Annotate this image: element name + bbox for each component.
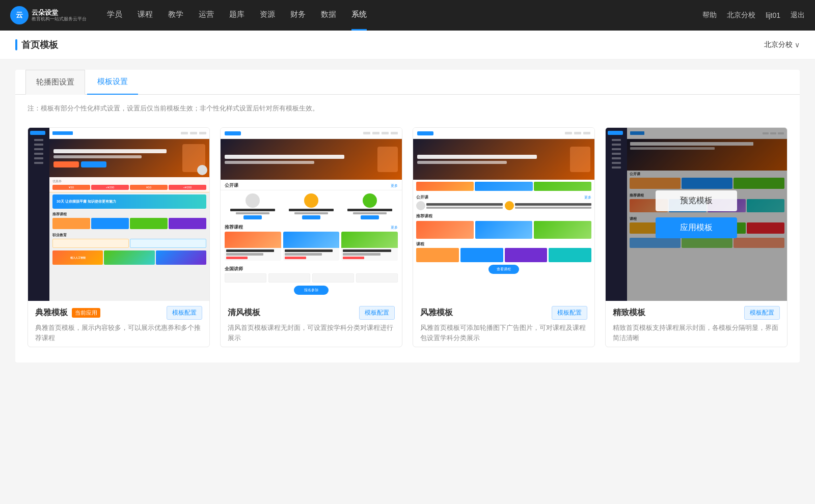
config-btn-dianaya[interactable]: 模板配置 <box>167 306 202 320</box>
tab-template[interactable]: 模板设置 <box>87 70 138 95</box>
branch-dropdown[interactable]: 北京分校 ∨ <box>764 40 800 49</box>
navbar: 云 云朵设堂 教育机构一站式服务云平台 学员 课程 教学 运营 题库 资源 财务… <box>0 0 815 31</box>
template-preview-jingzhi: 公开课 推荐课程 <box>606 128 787 301</box>
template-desc-qingfeng: 清风首页模板课程无封面，可设置按学科分类对课程进行展示 <box>228 323 395 343</box>
user-menu[interactable]: lijt01 <box>766 11 780 19</box>
nav-item-system[interactable]: 系统 <box>351 10 367 21</box>
tabs: 轮播图设置 模板设置 <box>15 70 800 95</box>
tab-carousel[interactable]: 轮播图设置 <box>25 70 85 95</box>
apply-template-btn[interactable]: 应用模板 <box>656 217 737 238</box>
template-desc-jingzhi: 精致首页模板支持课程展示封面，各模板分隔明显，界面简洁清晰 <box>613 323 780 343</box>
template-preview-dianaya: 优惠券 ¥30 +¥200 ¥30 +¥200 30天 让你摆脱平庸 知识使你更… <box>28 128 209 301</box>
templates-grid: 优惠券 ¥30 +¥200 ¥30 +¥200 30天 让你摆脱平庸 知识使你更… <box>15 122 800 347</box>
config-btn-jingzhi[interactable]: 模板配置 <box>744 306 780 320</box>
nav-item-resources[interactable]: 资源 <box>260 10 275 21</box>
chevron-down-icon: ∨ <box>795 41 800 49</box>
logo[interactable]: 云 云朵设堂 教育机构一站式服务云平台 <box>10 6 87 24</box>
logo-subtitle: 教育机构一站式服务云平台 <box>32 16 87 22</box>
template-desc-dianaya: 典雅首页模板，展示内容较多，可以展示优惠券和多个推荐课程 <box>35 323 202 343</box>
logout-link[interactable]: 退出 <box>791 11 805 20</box>
template-name-fengya: 风雅模板 <box>420 307 453 318</box>
template-card-jingzhi: 公开课 推荐课程 <box>605 127 787 347</box>
template-preview-qingfeng: 公开课 更多 <box>221 128 402 301</box>
logo-icon: 云 <box>10 6 29 24</box>
template-overlay-jingzhi: 预览模板 应用模板 <box>606 128 787 301</box>
template-card-fengya: 公开课 更多 推荐课程 <box>413 127 595 347</box>
current-badge-dianaya: 当前应用 <box>72 308 100 318</box>
help-link[interactable]: 帮助 <box>702 11 717 20</box>
nav-items: 学员 课程 教学 运营 题库 资源 财务 数据 系统 <box>107 10 702 21</box>
nav-item-teaching[interactable]: 教学 <box>168 10 183 21</box>
template-preview-fengya: 公开课 更多 推荐课程 <box>413 128 594 301</box>
template-card-dianaya: 优惠券 ¥30 +¥200 ¥30 +¥200 30天 让你摆脱平庸 知识使你更… <box>28 127 210 347</box>
branch-label: 北京分校 <box>764 40 793 49</box>
template-footer-fengya: 风雅模板 模板配置 风雅首页模板可添加轮播图下广告图片，可对课程及课程包设置学科… <box>413 301 594 347</box>
branch-selector[interactable]: 北京分校 <box>727 11 755 20</box>
template-card-qingfeng: 公开课 更多 <box>220 127 402 347</box>
template-name-dianaya: 典雅模板 <box>35 307 68 318</box>
nav-item-questions[interactable]: 题库 <box>229 10 244 21</box>
page-title-bar <box>15 39 17 50</box>
notice-text: 注：模板有部分个性化样式设置，设置后仅当前模板生效；非个性化样式设置后针对所有模… <box>15 95 800 122</box>
page-title: 首页模板 <box>21 39 58 51</box>
content-area: 轮播图设置 模板设置 注：模板有部分个性化样式设置，设置后仅当前模板生效；非个性… <box>15 70 800 362</box>
template-footer-jingzhi: 精致模板 模板配置 精致首页模板支持课程展示封面，各模板分隔明显，界面简洁清晰 <box>606 301 787 347</box>
nav-item-operations[interactable]: 运营 <box>199 10 214 21</box>
logo-title: 云朵设堂 <box>32 9 87 17</box>
template-footer-qingfeng: 清风模板 模板配置 清风首页模板课程无封面，可设置按学科分类对课程进行展示 <box>221 301 402 347</box>
nav-item-students[interactable]: 学员 <box>107 10 122 21</box>
nav-item-courses[interactable]: 课程 <box>138 10 153 21</box>
template-desc-fengya: 风雅首页模板可添加轮播图下广告图片，可对课程及课程包设置学科分类展示 <box>420 323 587 343</box>
page-header: 首页模板 北京分校 ∨ <box>0 31 815 60</box>
nav-right: 帮助 北京分校 lijt01 退出 <box>702 11 805 20</box>
template-name-jingzhi: 精致模板 <box>613 307 645 318</box>
config-btn-fengya[interactable]: 模板配置 <box>552 306 587 320</box>
template-footer-dianaya: 典雅模板 当前应用 模板配置 典雅首页模板，展示内容较多，可以展示优惠券和多个推… <box>28 301 209 347</box>
config-btn-qingfeng[interactable]: 模板配置 <box>359 306 395 320</box>
preview-template-btn[interactable]: 预览模板 <box>656 190 737 211</box>
nav-item-finance[interactable]: 财务 <box>290 10 306 21</box>
page-title-wrap: 首页模板 <box>15 39 58 51</box>
template-name-qingfeng: 清风模板 <box>228 307 260 318</box>
nav-item-data[interactable]: 数据 <box>321 10 336 21</box>
